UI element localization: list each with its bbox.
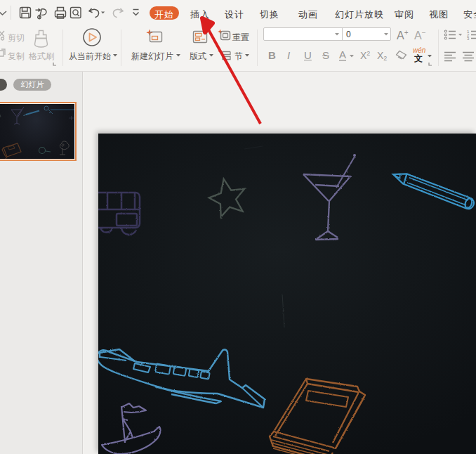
svg-text:3: 3 (467, 37, 470, 41)
